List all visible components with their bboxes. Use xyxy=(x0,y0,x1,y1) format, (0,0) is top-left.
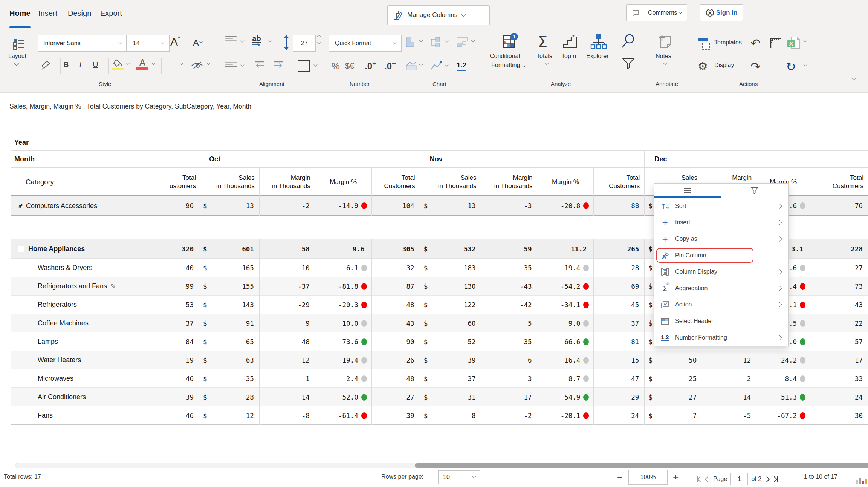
display-label[interactable]: Display xyxy=(714,62,734,69)
underline-button[interactable]: U xyxy=(93,60,98,69)
table-cell[interactable]: 54.9 xyxy=(537,388,593,406)
horizontal-scrollbar-track[interactable] xyxy=(15,463,857,468)
table-cell[interactable]: $130 xyxy=(420,277,481,296)
filter-icon[interactable] xyxy=(622,57,635,70)
table-cell[interactable]: 53 xyxy=(170,296,199,314)
gap-row[interactable] xyxy=(11,216,170,239)
table-cell[interactable]: 52.0 xyxy=(315,388,371,406)
table-cell[interactable]: 29 xyxy=(593,388,644,406)
table-cell[interactable]: 28 xyxy=(593,259,644,277)
table-cell[interactable]: 39 xyxy=(371,406,420,425)
table-cell[interactable]: 8.7 xyxy=(537,369,593,388)
table-row-label[interactable]: Computers Accessories xyxy=(11,196,170,216)
chart-line-icon[interactable] xyxy=(430,60,442,72)
table-cell[interactable]: $12 xyxy=(199,406,259,425)
export-excel-icon[interactable]: X xyxy=(786,35,801,51)
month-header[interactable] xyxy=(170,151,199,168)
font-color-chevron[interactable] xyxy=(152,63,155,64)
decrease-font-icon[interactable]: A xyxy=(193,38,202,48)
table-cell[interactable]: 32 xyxy=(371,259,420,277)
menu-item-aggregation[interactable]: Σ⚙Aggregation xyxy=(654,280,788,297)
vertical-align-chevron[interactable] xyxy=(241,65,244,66)
italic-button[interactable]: I xyxy=(79,60,82,69)
table-cell[interactable]: -54.2 xyxy=(537,277,593,296)
fill-color-icon[interactable] xyxy=(112,59,124,70)
sign-in-button[interactable]: Sign in xyxy=(700,4,743,21)
table-cell[interactable]: -81.8 xyxy=(315,277,371,296)
collapse-icon[interactable] xyxy=(18,246,24,252)
zoom-out-button[interactable]: − xyxy=(617,472,622,482)
table-cell[interactable]: 48 xyxy=(259,332,315,351)
table-cell[interactable]: 48 xyxy=(371,369,420,388)
page-number-input[interactable]: 1 xyxy=(730,473,748,485)
column-header[interactable]: Margin % xyxy=(537,168,593,196)
zoom-in-button[interactable]: + xyxy=(673,471,679,483)
table-cell[interactable]: 33 xyxy=(810,369,868,388)
notes-label[interactable]: Notes xyxy=(656,53,671,60)
ruler-icon[interactable] xyxy=(769,36,782,50)
table-cell[interactable]: -61.4 xyxy=(315,406,371,425)
table-cell[interactable]: -20.8 xyxy=(537,196,593,216)
comments-button[interactable]: Comments xyxy=(626,4,687,21)
column-header[interactable]: Margin % xyxy=(315,168,371,196)
table-cell[interactable]: 73 xyxy=(810,277,868,296)
table-cell[interactable]: -3 xyxy=(481,196,537,216)
font-size-select[interactable]: 14 xyxy=(127,35,170,52)
table-cell[interactable]: 57 xyxy=(810,332,868,351)
table-cell[interactable]: 104 xyxy=(371,196,420,216)
table-cell[interactable]: 99 xyxy=(170,277,199,296)
table-cell[interactable]: 43 xyxy=(810,296,868,314)
table-cell[interactable]: 90 xyxy=(371,332,420,351)
table-cell[interactable]: 59 xyxy=(481,239,537,259)
table-cell[interactable]: $601 xyxy=(199,239,259,259)
decrease-decimal-icon[interactable]: .0− xyxy=(384,61,396,72)
row-height-stepper[interactable] xyxy=(317,37,321,44)
horizontal-align-chevron[interactable] xyxy=(241,41,244,42)
hide-values-chevron[interactable] xyxy=(207,63,210,64)
table-cell[interactable]: $25 xyxy=(644,369,702,388)
search-icon[interactable] xyxy=(621,33,636,49)
column-header[interactable]: TotalCustomers xyxy=(170,168,199,196)
table-cell[interactable]: 265 xyxy=(593,239,644,259)
table-cell[interactable]: 24 xyxy=(593,406,644,425)
table-cell[interactable]: 1 xyxy=(259,369,315,388)
tab-insert[interactable]: Insert xyxy=(38,9,57,18)
table-cell[interactable]: 12 xyxy=(259,351,315,369)
table-cell[interactable]: 35 xyxy=(481,259,537,277)
table-cell[interactable]: $532 xyxy=(420,239,481,259)
table-cell[interactable]: 14 xyxy=(702,388,756,406)
table-cell[interactable]: $155 xyxy=(199,277,259,296)
font-color-icon[interactable]: A xyxy=(136,58,148,70)
table-cell[interactable]: $35 xyxy=(199,369,259,388)
chart-area-icon[interactable] xyxy=(405,60,417,72)
column-header[interactable]: Marginin Thousands xyxy=(259,168,315,196)
table-cell[interactable]: 84 xyxy=(170,332,199,351)
notes-chevron[interactable] xyxy=(664,63,666,64)
table-row-label[interactable]: Coffee Machines xyxy=(11,314,170,332)
table-cell[interactable]: 24.2 xyxy=(756,351,810,369)
table-cell[interactable]: $27 xyxy=(644,388,702,406)
notes-icon[interactable] xyxy=(657,33,673,50)
table-cell[interactable]: 17 xyxy=(810,351,868,369)
table-cell[interactable]: 14 xyxy=(259,388,315,406)
table-row-label[interactable]: Microwaves xyxy=(11,369,170,388)
collapse-ribbon-chevron[interactable] xyxy=(852,78,856,80)
first-page-button[interactable] xyxy=(697,476,702,482)
currency-format-icon[interactable]: $€ xyxy=(345,61,354,71)
table-row-label[interactable]: Washers & Dryers xyxy=(11,259,170,277)
table-row-label[interactable]: Fans xyxy=(11,406,170,425)
context-menu-tab-filter[interactable] xyxy=(721,184,788,198)
table-cell[interactable]: $8 xyxy=(420,406,481,425)
explorer-label[interactable]: Explorer xyxy=(586,53,609,60)
table-cell[interactable]: 87 xyxy=(371,277,420,296)
table-cell[interactable]: 17 xyxy=(481,388,537,406)
table-cell[interactable]: -29 xyxy=(259,296,315,314)
chart-waterfall-chevron[interactable] xyxy=(445,41,448,42)
table-cell[interactable]: 26 xyxy=(371,351,420,369)
table-cell[interactable]: 45 xyxy=(593,296,644,314)
column-header[interactable]: Salesin Thousands xyxy=(420,168,481,196)
table-cell[interactable]: 320 xyxy=(170,239,199,259)
menu-item-number-formatting[interactable]: 1.2Number Formatting xyxy=(654,329,788,346)
table-cell[interactable]: -2 xyxy=(259,196,315,216)
table-cell[interactable]: $37 xyxy=(420,369,481,388)
